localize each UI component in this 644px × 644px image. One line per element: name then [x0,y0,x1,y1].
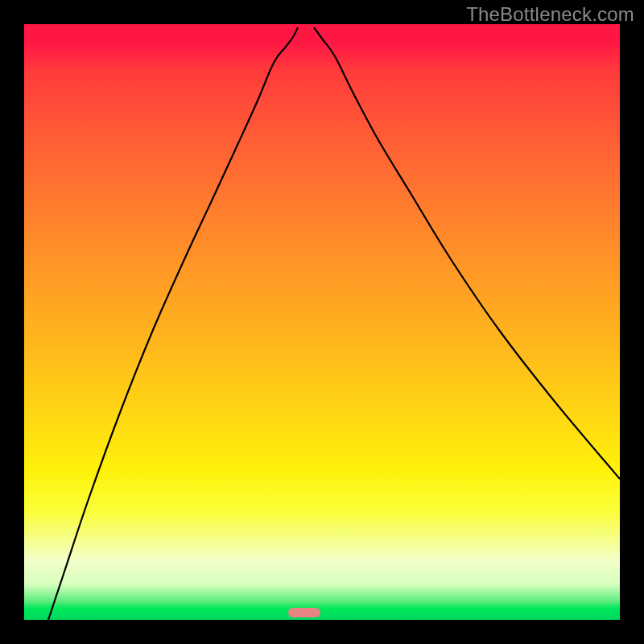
optimal-range-marker [288,608,320,617]
watermark-text: TheBottleneck.com [466,3,634,26]
plot-area [24,24,620,620]
chart-frame: TheBottleneck.com [0,0,644,644]
curve-svg [24,24,620,620]
left-curve [48,27,298,620]
right-curve [314,27,620,479]
